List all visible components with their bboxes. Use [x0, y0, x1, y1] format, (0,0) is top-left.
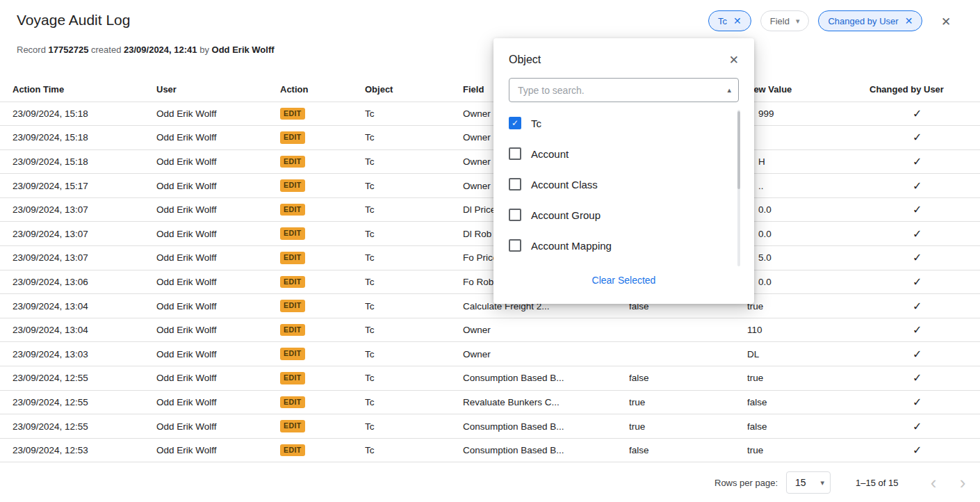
cell-action-time: 23/09/2024, 13:07	[0, 222, 156, 246]
object-option-label: Account	[531, 148, 569, 160]
checkbox[interactable]	[509, 239, 521, 252]
filter-chip-field[interactable]: Field ▾	[760, 10, 810, 31]
cell-action-time: 23/09/2024, 13:04	[0, 318, 156, 342]
cell-new-value: true	[747, 294, 869, 318]
cell-new-value: 0.0	[747, 222, 869, 246]
action-badge: EDIT	[280, 348, 305, 360]
by-label: by	[199, 44, 209, 55]
action-badge: EDIT	[280, 156, 305, 168]
table-row[interactable]: 23/09/2024, 12:55 Odd Erik Wolff EDIT Tc…	[0, 414, 980, 439]
cell-user: Odd Erik Wolff	[156, 390, 280, 414]
cell-action: EDIT	[280, 318, 365, 342]
clear-selected-link[interactable]: Clear Selected	[509, 275, 739, 286]
cell-object: Tc	[365, 294, 463, 318]
dialog-close-icon[interactable]: ✕	[729, 54, 739, 66]
filter-chip-changed-by-user-label: Changed by User	[828, 16, 898, 26]
cell-action-time: 23/09/2024, 12:55	[0, 390, 156, 414]
cell-action-time: 23/09/2024, 13:07	[0, 197, 156, 222]
remove-filter-icon[interactable]: ✕	[905, 16, 913, 26]
filter-chip-tc-label: Tc	[718, 16, 727, 26]
scrollbar-thumb[interactable]	[737, 111, 740, 189]
check-icon: ✓	[913, 227, 922, 241]
table-row[interactable]: 23/09/2024, 13:07 Odd Erik Wolff EDIT Tc…	[0, 222, 980, 246]
filter-chip-tc[interactable]: Tc ✕	[708, 10, 751, 31]
table-row[interactable]: 23/09/2024, 12:53 Odd Erik Wolff EDIT Tc…	[0, 438, 980, 462]
checkbox[interactable]	[509, 147, 521, 160]
table-row[interactable]: 23/09/2024, 13:06 Odd Erik Wolff EDIT Tc…	[0, 270, 980, 294]
cell-old-value: true	[629, 390, 747, 414]
filter-chip-changed-by-user[interactable]: Changed by User ✕	[818, 10, 922, 31]
filter-chips: Tc ✕ Field ▾ Changed by User ✕	[708, 10, 922, 31]
check-icon: ✓	[913, 371, 922, 384]
cell-object: Tc	[365, 149, 463, 174]
cell-object: Tc	[365, 318, 463, 342]
cell-field: Consumption Based B...	[463, 438, 629, 462]
cell-old-value: true	[629, 414, 747, 439]
object-option[interactable]: Account	[509, 138, 739, 169]
object-search-input[interactable]	[518, 85, 727, 96]
col-object: Object	[365, 77, 463, 102]
cell-old-value: false	[629, 438, 747, 462]
object-option[interactable]: Account Class	[509, 169, 739, 200]
checkbox[interactable]: ✓	[509, 117, 521, 129]
cell-changed-by-user: ✓	[869, 174, 980, 198]
cell-changed-by-user: ✓	[869, 294, 980, 318]
cell-user: Odd Erik Wolff	[156, 197, 280, 222]
cell-user: Odd Erik Wolff	[156, 294, 280, 318]
cell-action: EDIT	[280, 102, 365, 126]
rows-per-page-select[interactable]: 15 ▾	[786, 471, 831, 494]
cell-user: Odd Erik Wolff	[156, 246, 280, 270]
table-row[interactable]: 23/09/2024, 12:55 Odd Erik Wolff EDIT Tc…	[0, 390, 980, 414]
table-row[interactable]: 23/09/2024, 13:04 Odd Erik Wolff EDIT Tc…	[0, 294, 980, 318]
remove-filter-icon[interactable]: ✕	[733, 16, 742, 26]
cell-changed-by-user: ✓	[869, 438, 980, 462]
table-row[interactable]: 23/09/2024, 15:18 Odd Erik Wolff EDIT Tc…	[0, 149, 980, 174]
table-row[interactable]: 23/09/2024, 13:07 Odd Erik Wolff EDIT Tc…	[0, 246, 980, 270]
action-badge: EDIT	[280, 396, 305, 409]
checkbox[interactable]	[509, 178, 521, 191]
object-search-box[interactable]: ▴	[509, 78, 739, 102]
table-row[interactable]: 23/09/2024, 15:18 Odd Erik Wolff EDIT Tc…	[0, 102, 980, 126]
object-option[interactable]: ✓ Tc	[509, 108, 739, 138]
cell-action: EDIT	[280, 342, 365, 366]
check-icon: ✓	[913, 275, 922, 289]
table-row[interactable]: 23/09/2024, 12:55 Odd Erik Wolff EDIT Tc…	[0, 366, 980, 391]
previous-page-button[interactable]: ‹	[925, 471, 942, 494]
cell-changed-by-user: ✓	[869, 390, 980, 414]
cell-new-value: DL	[747, 342, 869, 366]
table-row[interactable]: 23/09/2024, 13:07 Odd Erik Wolff EDIT Tc…	[0, 197, 980, 222]
cell-object: Tc	[365, 270, 463, 294]
action-badge: EDIT	[280, 108, 305, 120]
cell-user: Odd Erik Wolff	[156, 126, 280, 150]
action-badge: EDIT	[280, 300, 305, 312]
cell-new-value: true	[747, 366, 869, 391]
cell-action-time: 23/09/2024, 15:18	[0, 102, 156, 126]
cell-action-time: 23/09/2024, 15:18	[0, 149, 156, 174]
action-badge: EDIT	[280, 324, 305, 337]
checkbox[interactable]	[509, 209, 521, 221]
cell-user: Odd Erik Wolff	[156, 270, 280, 294]
table-header-row: Action Time User Action Object Field Old…	[0, 77, 980, 102]
cell-new-value: 5.0	[747, 246, 869, 270]
cell-changed-by-user: ✓	[869, 270, 980, 294]
cell-action: EDIT	[280, 366, 365, 391]
next-page-button[interactable]: ›	[954, 471, 971, 494]
table-row[interactable]: 23/09/2024, 15:17 Odd Erik Wolff EDIT Tc…	[0, 174, 980, 198]
object-option[interactable]: Account Group	[509, 200, 739, 230]
audit-table-body: 23/09/2024, 15:18 Odd Erik Wolff EDIT Tc…	[0, 102, 980, 462]
cell-changed-by-user: ✓	[869, 149, 980, 174]
dialog-scrollbar[interactable]	[737, 110, 740, 266]
object-option[interactable]: Account Mapping	[509, 230, 739, 261]
object-option-list: ✓ Tc Account Account Class Account Group…	[509, 108, 739, 261]
close-icon[interactable]: ✕	[938, 15, 954, 30]
cell-changed-by-user: ✓	[869, 366, 980, 391]
created-label: created	[91, 44, 121, 55]
cell-action: EDIT	[280, 390, 365, 414]
cell-field: Consumption Based B...	[463, 366, 629, 391]
table-row[interactable]: 23/09/2024, 15:18 Odd Erik Wolff EDIT Tc…	[0, 126, 980, 150]
check-icon: ✓	[913, 179, 922, 193]
chevron-up-icon[interactable]: ▴	[727, 86, 731, 94]
cell-new-value: ..	[747, 174, 869, 198]
table-row[interactable]: 23/09/2024, 13:03 Odd Erik Wolff EDIT Tc…	[0, 342, 980, 366]
table-row[interactable]: 23/09/2024, 13:04 Odd Erik Wolff EDIT Tc…	[0, 318, 980, 342]
